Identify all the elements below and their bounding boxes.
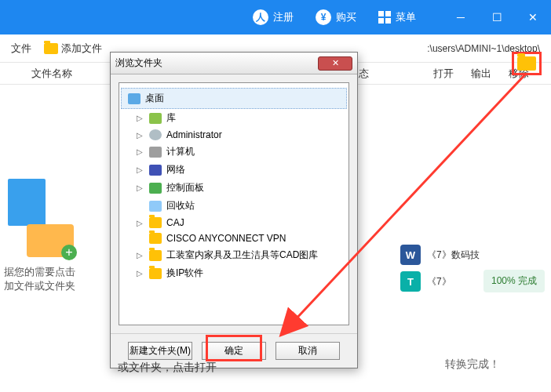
expander-icon[interactable]: ▷ [137, 219, 144, 227]
drop-zone[interactable]: + 据您的需要点击 加文件或文件夹 [0, 179, 102, 293]
tree-item[interactable]: ▷换IP软件 [121, 264, 347, 282]
header-open[interactable]: 打开 [433, 67, 454, 81]
cancel-button[interactable]: 取消 [276, 342, 340, 360]
tree-label: 计算机 [166, 145, 195, 158]
yen-icon: ¥ [316, 9, 331, 25]
tree-label: 控制面板 [166, 181, 204, 194]
browse-folder-dialog: 浏览文件夹 ✕ 桌面 ▷库▷Administrator▷计算机▷网络▷控制面板回… [110, 52, 358, 368]
expander-icon[interactable]: ▷ [137, 251, 144, 260]
buy-label: 购买 [336, 10, 356, 24]
tree-item[interactable]: ▷Administrator [121, 127, 347, 143]
maximize-button[interactable]: ☐ [479, 0, 515, 34]
tree-item[interactable]: ▷网络 [121, 161, 347, 179]
expander-icon[interactable]: ▷ [137, 269, 144, 278]
folder-icon [149, 250, 162, 261]
text-icon: T [400, 271, 421, 292]
desktop-icon [128, 93, 140, 104]
folder-icon [149, 165, 162, 176]
header-status: 态 [359, 67, 369, 81]
header-export[interactable]: 输出 [471, 67, 491, 81]
add-file-button[interactable]: 添加文件 [39, 40, 107, 57]
result-label: 《7》数码技 [427, 249, 480, 262]
menu-icon [378, 11, 391, 24]
folder-icon [149, 147, 162, 158]
tree-label: Administrator [166, 129, 222, 140]
header-filename[interactable]: 文件名称 [8, 67, 72, 81]
dialog-titlebar[interactable]: 浏览文件夹 ✕ [111, 53, 357, 74]
dialog-title: 浏览文件夹 [115, 56, 162, 70]
tree-item[interactable]: 回收站 [121, 197, 347, 215]
menu-button[interactable]: 菜单 [367, 0, 427, 34]
tree-label: 回收站 [166, 199, 195, 212]
tree-item-desktop[interactable]: 桌面 [121, 88, 347, 109]
browse-folder-button[interactable] [512, 52, 542, 75]
progress-badge: 100% 完成 [483, 270, 545, 292]
folder-icon [149, 268, 162, 279]
result-item[interactable]: W 《7》数码技 [394, 241, 551, 268]
tree-item[interactable]: ▷计算机 [121, 143, 347, 161]
expander-icon[interactable]: ▷ [137, 183, 144, 192]
folder-icon [517, 56, 536, 71]
tree-label: 网络 [166, 163, 185, 176]
user-icon: 人 [253, 9, 268, 25]
folder-icon [149, 129, 162, 140]
hint-text: 或文件夹，点击打开 [118, 361, 217, 375]
add-file-label: 添加文件 [61, 42, 102, 56]
expander-icon[interactable]: ▷ [137, 165, 144, 174]
dropzone-text-2: 加文件或文件夹 [0, 279, 102, 293]
expander-icon[interactable]: ▷ [137, 114, 144, 122]
results-footer: 转换完成！ [394, 358, 551, 372]
results-panel: W 《7》数码技 T 《7》 100% 完成 转换完成！ [394, 241, 551, 372]
folder-icon [44, 43, 58, 54]
dropzone-illustration: + [0, 179, 78, 257]
tree-label: 桌面 [145, 92, 164, 105]
tree-label: 换IP软件 [166, 267, 203, 280]
word-icon: W [400, 245, 421, 265]
tree-label: 工装室内家具及卫生洁具等CAD图库 [166, 249, 318, 262]
dropzone-text-1: 据您的需要点击 [0, 265, 102, 279]
buy-button[interactable]: ¥ 购买 [305, 0, 367, 34]
menu-label: 菜单 [396, 10, 416, 24]
folder-icon [149, 201, 162, 212]
tree-label: CAJ [166, 217, 184, 228]
result-label: 《7》 [427, 275, 451, 289]
folder-icon [149, 233, 162, 244]
ok-button[interactable]: 确定 [202, 342, 266, 360]
dialog-close-button[interactable]: ✕ [318, 56, 352, 71]
folder-icon [149, 183, 162, 194]
register-label: 注册 [273, 10, 294, 24]
tree-label: 库 [166, 111, 176, 125]
window-controls: ─ ☐ ✕ [443, 0, 551, 34]
close-button[interactable]: ✕ [515, 0, 551, 34]
minimize-button[interactable]: ─ [443, 0, 479, 34]
folder-icon [149, 217, 162, 228]
tree-item[interactable]: ▷控制面板 [121, 179, 347, 197]
title-bar: 人 注册 ¥ 购买 菜单 ─ ☐ ✕ [0, 0, 551, 34]
new-folder-button[interactable]: 新建文件夹(M) [128, 342, 192, 360]
file-menu[interactable]: 文件 [6, 40, 36, 57]
expander-icon[interactable]: ▷ [137, 147, 144, 156]
folder-icon [149, 113, 162, 124]
folder-tree[interactable]: 桌面 ▷库▷Administrator▷计算机▷网络▷控制面板回收站▷CAJCI… [119, 82, 349, 325]
register-button[interactable]: 人 注册 [242, 0, 305, 34]
tree-item[interactable]: ▷CAJ [121, 215, 347, 230]
tree-item[interactable]: ▷工装室内家具及卫生洁具等CAD图库 [121, 246, 347, 264]
expander-icon[interactable]: ▷ [137, 131, 144, 140]
tree-item[interactable]: ▷库 [121, 109, 347, 127]
tree-item[interactable]: CISCO ANYCONNECT VPN [121, 230, 347, 246]
tree-label: CISCO ANYCONNECT VPN [166, 233, 286, 244]
